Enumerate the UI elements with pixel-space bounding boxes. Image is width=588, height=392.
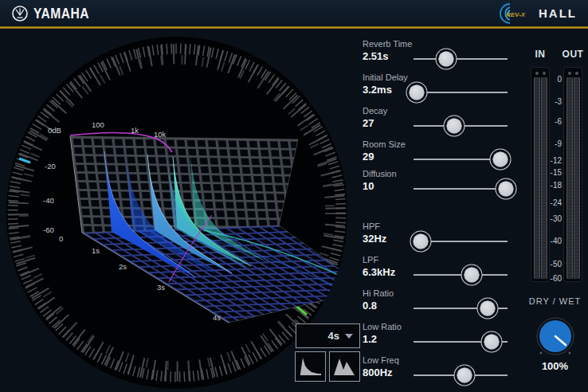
lpf-slider[interactable] <box>414 270 508 280</box>
in-meter-label: IN <box>531 49 550 60</box>
slider-knob[interactable] <box>414 234 429 249</box>
freq-label-100: 100 <box>92 120 104 129</box>
param-row-diffusion: Diffusion 10 <box>363 169 515 204</box>
slider-knob[interactable] <box>492 152 508 167</box>
param-row-initial-delay: Initial Delay 3.2ms <box>363 73 515 108</box>
param-value: 1.2 <box>363 333 377 345</box>
param-row-reverb-time: Reverb Time 2.51s <box>363 39 515 74</box>
time-range-value: 4s <box>328 330 339 342</box>
param-value: 10 <box>363 180 374 192</box>
dry-wet-label: DRY / WET <box>522 296 588 306</box>
parameter-panel: Reverb Time 2.51s Initial Delay 3.2ms De… <box>363 29 515 392</box>
view-mode-peaks-button[interactable] <box>329 351 360 382</box>
view-mode-decay-button[interactable] <box>295 351 326 382</box>
param-label: Room Size <box>363 139 406 149</box>
param-label: Diffusion <box>363 169 397 178</box>
meter-scale-tick: -15 <box>544 168 562 177</box>
low-freq-slider[interactable] <box>414 370 508 380</box>
slider-knob[interactable] <box>484 335 499 350</box>
db-label-0: 0dB <box>48 126 61 135</box>
decay-slider[interactable] <box>414 121 508 131</box>
dry-wet-value: 100% <box>522 360 588 372</box>
diffusion-slider[interactable] <box>414 184 508 194</box>
slider-knob[interactable] <box>409 85 424 100</box>
param-row-lpf: LPF 6.3kHz <box>363 255 515 290</box>
low-ratio-slider[interactable] <box>414 337 508 347</box>
revx-logo-icon: REV-X <box>489 2 527 25</box>
preset-name[interactable]: HALL <box>539 6 577 20</box>
meter-scale-tick: -40 <box>544 237 562 245</box>
meter-bar <box>541 77 547 279</box>
db-label-20: -20 <box>45 162 56 171</box>
revx-plugin-window: YAMAHA REV-X HALL <box>0 0 588 392</box>
double-peak-icon <box>333 355 357 378</box>
db-label-60: -60 <box>43 225 54 234</box>
param-label: Hi Ratio <box>363 288 394 298</box>
time-range-select[interactable]: 4s <box>296 323 360 348</box>
meter-bar <box>574 77 580 279</box>
param-value: 6.3kHz <box>363 266 395 278</box>
header-bar: YAMAHA REV-X HALL <box>0 0 588 26</box>
meter-scale-tick: -24 <box>544 198 562 207</box>
hi-ratio-slider[interactable] <box>414 304 508 313</box>
meter-scale-tick: -3 <box>544 97 562 106</box>
dry-wet-knob[interactable] <box>535 317 575 360</box>
param-label: Initial Delay <box>363 73 408 82</box>
meter-scale-tick: 0 <box>544 75 562 84</box>
param-row-low-freq: Low Freq 800Hz <box>363 355 515 390</box>
param-label: Low Freq <box>363 355 399 365</box>
slider-knob[interactable] <box>439 52 454 67</box>
freq-label-1k: 1k <box>131 126 139 135</box>
param-value: 2.51s <box>363 50 389 62</box>
param-label: Decay <box>363 106 387 116</box>
meter-scale-tick: -30 <box>544 214 562 223</box>
meter-scale-tick: -18 <box>544 181 562 190</box>
time-label-4s: 4s <box>213 313 221 322</box>
meter-scale-tick: -12 <box>544 156 562 165</box>
param-label: HPF <box>363 221 380 231</box>
meter-scale-tick: -50 <box>544 260 562 269</box>
meter-scale-tick: -9 <box>544 139 562 148</box>
param-value: 29 <box>363 151 374 163</box>
yamaha-logo: YAMAHA <box>11 5 94 22</box>
room-size-slider[interactable] <box>414 155 508 164</box>
param-row-low-ratio: Low Ratio 1.2 <box>363 322 515 357</box>
param-value: 3.2ms <box>363 84 392 96</box>
slider-knob[interactable] <box>457 368 472 383</box>
param-row-decay: Decay 27 <box>363 106 515 141</box>
param-label: LPF <box>363 255 378 265</box>
slider-knob[interactable] <box>465 268 480 283</box>
clip-led <box>575 72 578 75</box>
param-value: 32Hz <box>363 233 386 245</box>
param-row-hpf: HPF 32Hz <box>363 221 515 257</box>
param-value: 800Hz <box>363 367 393 378</box>
time-label-1s: 1s <box>92 246 100 255</box>
db-label-40: -40 <box>43 196 54 205</box>
clip-led <box>535 72 539 75</box>
param-label: Low Ratio <box>363 322 402 331</box>
slider-knob[interactable] <box>446 119 461 134</box>
meter-scale-tick: -6 <box>544 117 562 126</box>
chevron-down-icon <box>345 334 353 339</box>
yamaha-emblem-icon <box>11 5 29 22</box>
param-row-hi-ratio: Hi Ratio 0.8 <box>363 288 515 323</box>
freq-label-10k: 10k <box>154 130 167 139</box>
revx-logo-text: REV-X <box>506 10 526 18</box>
time-label-3s: 3s <box>157 283 165 292</box>
meter-scale-tick: -60 <box>544 274 562 283</box>
out-meter-label: OUT <box>562 49 584 60</box>
time-label-2s: 2s <box>119 262 127 271</box>
initial-delay-slider[interactable] <box>414 88 508 97</box>
clip-led <box>568 72 571 75</box>
slider-knob[interactable] <box>498 182 513 197</box>
time-label-0: 0 <box>59 234 63 243</box>
slider-knob[interactable] <box>480 301 496 316</box>
out-meter <box>563 67 582 282</box>
single-decay-icon <box>299 355 323 378</box>
brand-text: YAMAHA <box>33 4 89 22</box>
meter-bar <box>566 77 573 279</box>
param-value: 0.8 <box>363 300 377 312</box>
reverb-time-slider[interactable] <box>414 54 508 64</box>
hpf-slider[interactable] <box>414 237 508 246</box>
param-value: 27 <box>363 117 374 129</box>
